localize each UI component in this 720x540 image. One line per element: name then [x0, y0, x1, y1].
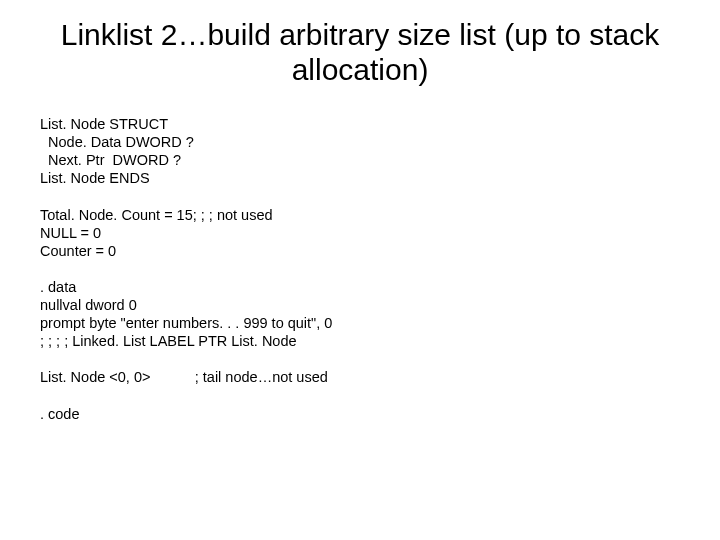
code-tail-block: List. Node <0, 0> ; tail node…not used	[40, 368, 680, 386]
code-struct-block: List. Node STRUCT Node. Data DWORD ? Nex…	[40, 115, 680, 188]
slide: Linklist 2…build arbitrary size list (up…	[0, 0, 720, 540]
code-consts-block: Total. Node. Count = 15; ; ; not used NU…	[40, 206, 680, 260]
slide-title: Linklist 2…build arbitrary size list (up…	[40, 18, 680, 87]
code-data-block: . data nullval dword 0 prompt byte "ente…	[40, 278, 680, 351]
code-code-block: . code	[40, 405, 680, 423]
